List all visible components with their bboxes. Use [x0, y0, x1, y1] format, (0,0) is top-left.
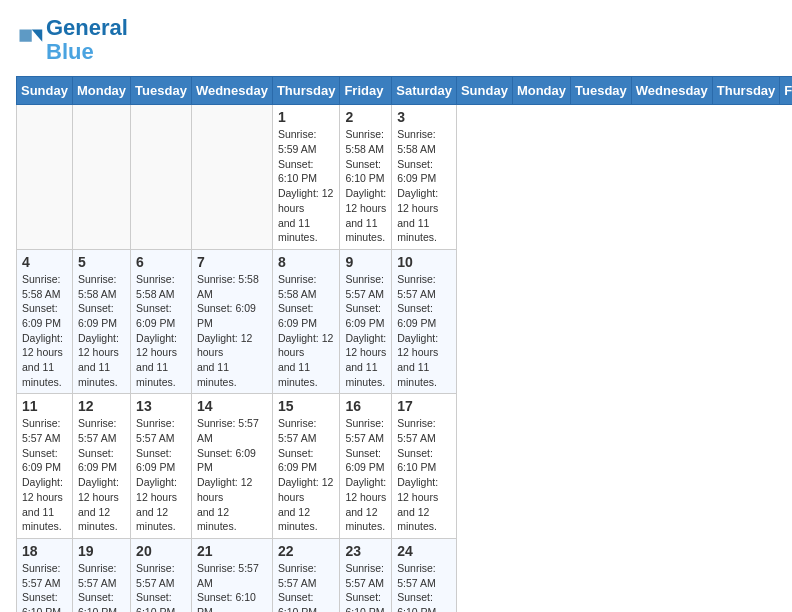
calendar-cell: 6Sunrise: 5:58 AM Sunset: 6:09 PM Daylig…: [131, 249, 192, 394]
day-info: Sunrise: 5:57 AM Sunset: 6:10 PM Dayligh…: [397, 561, 451, 612]
day-info: Sunrise: 5:57 AM Sunset: 6:09 PM Dayligh…: [22, 416, 67, 534]
header-monday: Monday: [512, 77, 570, 105]
day-info: Sunrise: 5:58 AM Sunset: 6:09 PM Dayligh…: [197, 272, 267, 390]
calendar-cell: 9Sunrise: 5:57 AM Sunset: 6:09 PM Daylig…: [340, 249, 392, 394]
day-number: 14: [197, 398, 267, 414]
day-info: Sunrise: 5:58 AM Sunset: 6:09 PM Dayligh…: [22, 272, 67, 390]
calendar-week-1: 1Sunrise: 5:59 AM Sunset: 6:10 PM Daylig…: [17, 105, 793, 250]
day-info: Sunrise: 5:57 AM Sunset: 6:09 PM Dayligh…: [345, 272, 386, 390]
day-number: 20: [136, 543, 186, 559]
day-info: Sunrise: 5:57 AM Sunset: 6:09 PM Dayligh…: [397, 272, 451, 390]
header-thursday: Thursday: [272, 77, 340, 105]
day-number: 24: [397, 543, 451, 559]
calendar-week-2: 4Sunrise: 5:58 AM Sunset: 6:09 PM Daylig…: [17, 249, 793, 394]
calendar-cell: 3Sunrise: 5:58 AM Sunset: 6:09 PM Daylig…: [392, 105, 457, 250]
calendar-cell: 5Sunrise: 5:58 AM Sunset: 6:09 PM Daylig…: [72, 249, 130, 394]
calendar-cell: 12Sunrise: 5:57 AM Sunset: 6:09 PM Dayli…: [72, 394, 130, 539]
calendar-cell: 15Sunrise: 5:57 AM Sunset: 6:09 PM Dayli…: [272, 394, 340, 539]
day-info: Sunrise: 5:58 AM Sunset: 6:09 PM Dayligh…: [136, 272, 186, 390]
day-number: 6: [136, 254, 186, 270]
calendar-table: SundayMondayTuesdayWednesdayThursdayFrid…: [16, 76, 792, 612]
day-number: 18: [22, 543, 67, 559]
page-header: GeneralBlue: [16, 16, 776, 64]
day-info: Sunrise: 5:59 AM Sunset: 6:10 PM Dayligh…: [278, 127, 335, 245]
day-number: 4: [22, 254, 67, 270]
calendar-header-row: SundayMondayTuesdayWednesdayThursdayFrid…: [17, 77, 793, 105]
day-number: 9: [345, 254, 386, 270]
calendar-cell: 23Sunrise: 5:57 AM Sunset: 6:10 PM Dayli…: [340, 538, 392, 612]
day-number: 13: [136, 398, 186, 414]
svg-marker-0: [32, 30, 43, 42]
calendar-cell: 18Sunrise: 5:57 AM Sunset: 6:10 PM Dayli…: [17, 538, 73, 612]
day-number: 23: [345, 543, 386, 559]
day-info: Sunrise: 5:57 AM Sunset: 6:10 PM Dayligh…: [397, 416, 451, 534]
day-info: Sunrise: 5:57 AM Sunset: 6:10 PM Dayligh…: [22, 561, 67, 612]
day-info: Sunrise: 5:57 AM Sunset: 6:10 PM Dayligh…: [278, 561, 335, 612]
day-number: 22: [278, 543, 335, 559]
header-wednesday: Wednesday: [631, 77, 712, 105]
calendar-cell: 21Sunrise: 5:57 AM Sunset: 6:10 PM Dayli…: [191, 538, 272, 612]
logo-icon: [16, 26, 44, 54]
header-tuesday: Tuesday: [571, 77, 632, 105]
day-number: 11: [22, 398, 67, 414]
day-number: 21: [197, 543, 267, 559]
calendar-week-4: 18Sunrise: 5:57 AM Sunset: 6:10 PM Dayli…: [17, 538, 793, 612]
day-number: 2: [345, 109, 386, 125]
header-wednesday: Wednesday: [191, 77, 272, 105]
calendar-cell: [191, 105, 272, 250]
calendar-cell: 17Sunrise: 5:57 AM Sunset: 6:10 PM Dayli…: [392, 394, 457, 539]
calendar-cell: 11Sunrise: 5:57 AM Sunset: 6:09 PM Dayli…: [17, 394, 73, 539]
day-info: Sunrise: 5:58 AM Sunset: 6:09 PM Dayligh…: [78, 272, 125, 390]
day-info: Sunrise: 5:57 AM Sunset: 6:09 PM Dayligh…: [197, 416, 267, 534]
header-friday: Friday: [340, 77, 392, 105]
header-saturday: Saturday: [392, 77, 457, 105]
day-info: Sunrise: 5:57 AM Sunset: 6:10 PM Dayligh…: [136, 561, 186, 612]
calendar-cell: [131, 105, 192, 250]
day-info: Sunrise: 5:57 AM Sunset: 6:10 PM Dayligh…: [78, 561, 125, 612]
calendar-cell: 8Sunrise: 5:58 AM Sunset: 6:09 PM Daylig…: [272, 249, 340, 394]
day-info: Sunrise: 5:57 AM Sunset: 6:10 PM Dayligh…: [345, 561, 386, 612]
calendar-cell: 1Sunrise: 5:59 AM Sunset: 6:10 PM Daylig…: [272, 105, 340, 250]
header-thursday: Thursday: [712, 77, 780, 105]
day-number: 10: [397, 254, 451, 270]
calendar-cell: 16Sunrise: 5:57 AM Sunset: 6:09 PM Dayli…: [340, 394, 392, 539]
day-info: Sunrise: 5:57 AM Sunset: 6:09 PM Dayligh…: [136, 416, 186, 534]
day-number: 7: [197, 254, 267, 270]
header-tuesday: Tuesday: [131, 77, 192, 105]
day-number: 8: [278, 254, 335, 270]
day-info: Sunrise: 5:58 AM Sunset: 6:09 PM Dayligh…: [397, 127, 451, 245]
day-number: 3: [397, 109, 451, 125]
calendar-week-3: 11Sunrise: 5:57 AM Sunset: 6:09 PM Dayli…: [17, 394, 793, 539]
header-monday: Monday: [72, 77, 130, 105]
logo-text: GeneralBlue: [46, 16, 128, 64]
calendar-cell: 22Sunrise: 5:57 AM Sunset: 6:10 PM Dayli…: [272, 538, 340, 612]
day-number: 17: [397, 398, 451, 414]
day-info: Sunrise: 5:58 AM Sunset: 6:09 PM Dayligh…: [278, 272, 335, 390]
calendar-cell: 19Sunrise: 5:57 AM Sunset: 6:10 PM Dayli…: [72, 538, 130, 612]
day-info: Sunrise: 5:57 AM Sunset: 6:09 PM Dayligh…: [78, 416, 125, 534]
calendar-cell: 24Sunrise: 5:57 AM Sunset: 6:10 PM Dayli…: [392, 538, 457, 612]
day-info: Sunrise: 5:58 AM Sunset: 6:10 PM Dayligh…: [345, 127, 386, 245]
calendar-cell: [72, 105, 130, 250]
day-number: 19: [78, 543, 125, 559]
header-friday: Friday: [780, 77, 792, 105]
day-info: Sunrise: 5:57 AM Sunset: 6:09 PM Dayligh…: [345, 416, 386, 534]
day-number: 12: [78, 398, 125, 414]
day-info: Sunrise: 5:57 AM Sunset: 6:09 PM Dayligh…: [278, 416, 335, 534]
header-sunday: Sunday: [456, 77, 512, 105]
day-info: Sunrise: 5:57 AM Sunset: 6:10 PM Dayligh…: [197, 561, 267, 612]
calendar-cell: 4Sunrise: 5:58 AM Sunset: 6:09 PM Daylig…: [17, 249, 73, 394]
calendar-cell: [17, 105, 73, 250]
day-number: 1: [278, 109, 335, 125]
calendar-cell: 13Sunrise: 5:57 AM Sunset: 6:09 PM Dayli…: [131, 394, 192, 539]
svg-rect-1: [20, 30, 32, 42]
calendar-cell: 10Sunrise: 5:57 AM Sunset: 6:09 PM Dayli…: [392, 249, 457, 394]
header-sunday: Sunday: [17, 77, 73, 105]
calendar-cell: 14Sunrise: 5:57 AM Sunset: 6:09 PM Dayli…: [191, 394, 272, 539]
logo: GeneralBlue: [16, 16, 128, 64]
day-number: 15: [278, 398, 335, 414]
calendar-cell: 2Sunrise: 5:58 AM Sunset: 6:10 PM Daylig…: [340, 105, 392, 250]
day-number: 5: [78, 254, 125, 270]
calendar-cell: 7Sunrise: 5:58 AM Sunset: 6:09 PM Daylig…: [191, 249, 272, 394]
calendar-cell: 20Sunrise: 5:57 AM Sunset: 6:10 PM Dayli…: [131, 538, 192, 612]
